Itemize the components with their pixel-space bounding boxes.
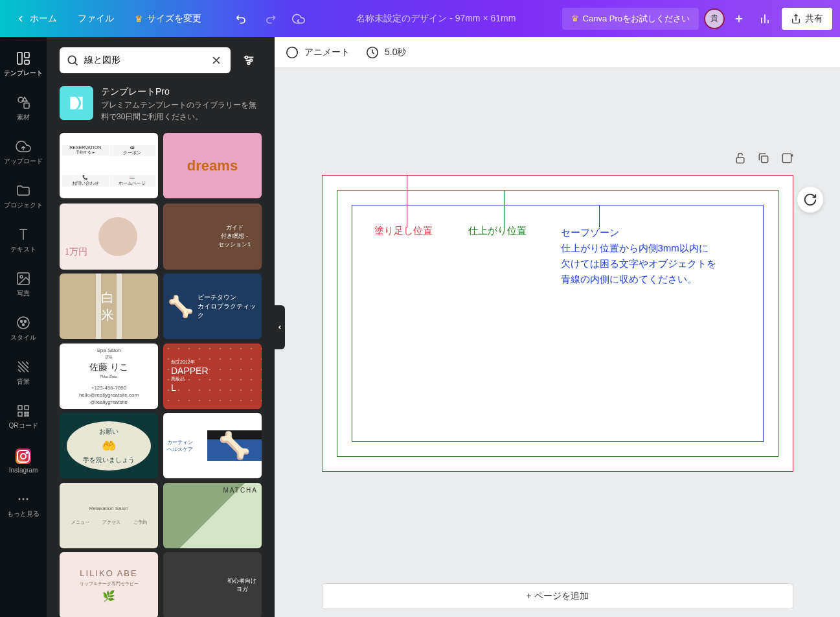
- panel-collapse-handle[interactable]: [275, 305, 285, 349]
- resize-button[interactable]: ♛ サイズを変更: [127, 8, 209, 30]
- sidebar-qrcode[interactable]: QRコード: [0, 395, 47, 439]
- template-item[interactable]: ガイド付き瞑想 -セッション1: [163, 204, 262, 269]
- search-input[interactable]: [79, 55, 209, 65]
- trim-label: 仕上がり位置: [468, 225, 527, 237]
- svg-point-24: [287, 47, 298, 58]
- svg-rect-2: [25, 60, 29, 64]
- svg-point-21: [245, 56, 248, 59]
- template-item[interactable]: dreams: [163, 133, 262, 198]
- promo-desc: プレミアムテンプレートのライブラリーを無料で30日間ご利用ください。: [101, 99, 262, 122]
- svg-rect-27: [761, 156, 767, 162]
- instagram-icon: [16, 448, 31, 464]
- lock-page-button[interactable]: [734, 152, 747, 167]
- template-grid: RESERVATION予約する ▸ 🎟クーポン 📞お問い合わせ 📖ホームページ …: [47, 133, 275, 617]
- search-box: [60, 47, 231, 73]
- svg-point-19: [27, 498, 28, 500]
- refresh-button[interactable]: [797, 187, 823, 213]
- svg-point-8: [21, 321, 23, 323]
- sidebar-templates[interactable]: テンプレート: [0, 42, 47, 86]
- svg-point-22: [250, 59, 253, 62]
- sidebar-background[interactable]: 背景: [0, 351, 47, 395]
- template-item[interactable]: 白米: [60, 274, 158, 339]
- svg-point-10: [23, 324, 25, 326]
- svg-point-23: [247, 62, 250, 65]
- canva-logo-icon: [60, 86, 93, 120]
- redo-button[interactable]: [258, 7, 282, 30]
- sidebar-uploads[interactable]: アップロード: [0, 130, 47, 174]
- template-item[interactable]: カーティンヘルスケア🦴: [163, 413, 262, 478]
- home-label: ホーム: [30, 13, 57, 25]
- add-page-button[interactable]: [780, 152, 793, 167]
- duration-button[interactable]: 5.0秒: [365, 45, 406, 60]
- icon-sidebar: テンプレート 素材 アップロード プロジェクト テキスト 写真 スタイル 背景: [0, 37, 47, 617]
- sidebar-styles[interactable]: スタイル: [0, 307, 47, 351]
- svg-rect-12: [25, 406, 28, 410]
- insights-button[interactable]: [753, 7, 777, 30]
- design-canvas[interactable]: 塗り足し位置 仕上がり位置 セーフゾーン 仕上がり位置から内側3mm以内に 欠け…: [322, 175, 793, 472]
- search-icon: [66, 54, 79, 67]
- template-item[interactable]: 初心者向けヨガ: [163, 552, 262, 617]
- page-actions: [734, 152, 793, 167]
- filter-button[interactable]: [236, 47, 262, 73]
- svg-point-17: [19, 498, 21, 500]
- cloud-sync-icon[interactable]: [287, 7, 310, 30]
- svg-rect-13: [18, 412, 22, 416]
- sidebar-projects[interactable]: プロジェクト: [0, 174, 47, 218]
- svg-rect-0: [17, 52, 22, 64]
- svg-point-15: [21, 454, 26, 459]
- template-item[interactable]: Spa Salon店長佐藤 りこRiko Sato+123-456-7890he…: [60, 343, 158, 409]
- duplicate-page-button[interactable]: [757, 152, 770, 167]
- svg-point-6: [20, 275, 23, 278]
- clear-search-button[interactable]: [209, 52, 224, 68]
- svg-point-7: [17, 317, 29, 329]
- template-item[interactable]: Relaxation Salonメニューアクセスご予約: [60, 483, 158, 548]
- sidebar-text[interactable]: テキスト: [0, 218, 47, 262]
- pro-promo[interactable]: テンプレートPro プレミアムテンプレートのライブラリーを無料で30日間ご利用く…: [47, 81, 275, 133]
- crown-icon: ♛: [571, 14, 579, 23]
- file-menu[interactable]: ファイル: [70, 8, 122, 30]
- svg-point-9: [25, 321, 27, 323]
- svg-rect-1: [25, 52, 29, 58]
- svg-point-20: [68, 56, 76, 64]
- svg-rect-4: [24, 103, 29, 108]
- share-button[interactable]: 共有: [782, 8, 832, 30]
- svg-rect-11: [18, 406, 22, 410]
- template-item[interactable]: 🦴ピーチタウンカイロプラクティック: [163, 274, 262, 339]
- try-pro-button[interactable]: ♛ Canva Proをお試しください: [562, 8, 699, 30]
- avatar[interactable]: 貴: [704, 8, 725, 29]
- document-title[interactable]: 名称未設定のデザイン - 97mm × 61mm: [346, 8, 526, 30]
- crown-icon: ♛: [135, 14, 143, 24]
- sidebar-more[interactable]: もっと見る: [0, 483, 47, 527]
- safe-zone-label: セーフゾーン 仕上がり位置から内側3mm以内に 欠けては困る文字やオブジェクトを…: [561, 225, 716, 287]
- template-item[interactable]: MATCHA: [163, 483, 262, 548]
- animate-button[interactable]: アニメート: [285, 45, 350, 60]
- svg-rect-26: [736, 157, 744, 163]
- template-item[interactable]: 1万円: [60, 204, 158, 269]
- template-item[interactable]: RESERVATION予約する ▸ 🎟クーポン 📞お問い合わせ 📖ホームページ: [60, 133, 158, 198]
- svg-point-18: [23, 498, 25, 500]
- sidebar-photos[interactable]: 写真: [0, 262, 47, 307]
- chevron-left-icon: [16, 14, 26, 24]
- sidebar-instagram[interactable]: Instagram: [0, 439, 47, 483]
- sidebar-elements[interactable]: 素材: [0, 86, 47, 130]
- undo-button[interactable]: [230, 7, 253, 30]
- svg-rect-28: [782, 154, 791, 162]
- template-item[interactable]: お願い🤲手を洗いましょう: [60, 413, 158, 478]
- template-item[interactable]: 創立2012年DAPPER高級品L: [163, 343, 262, 409]
- bleed-label: 塗り足し位置: [374, 225, 433, 237]
- back-button[interactable]: ホーム: [8, 8, 65, 30]
- add-member-button[interactable]: [730, 10, 748, 28]
- promo-title: テンプレートPro: [101, 86, 262, 98]
- svg-point-16: [27, 452, 28, 453]
- template-item[interactable]: LILIKO ABEリップ＆チーク専門セラピー🌿: [60, 552, 158, 617]
- add-page-bar[interactable]: + ページを追加: [322, 583, 793, 609]
